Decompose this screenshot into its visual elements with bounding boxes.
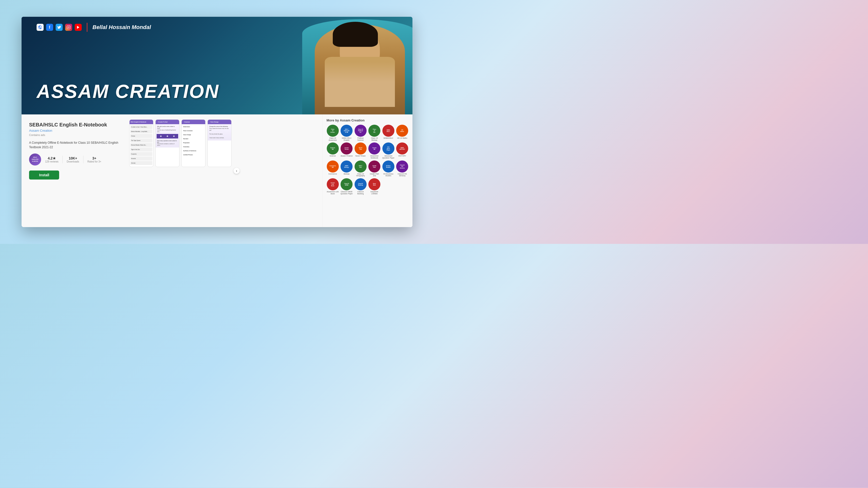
app-item-6[interactable]: HSMaths HS 10 Maths (396, 125, 409, 141)
app-item-10[interactable]: AssamNB Assamese Notebook (368, 142, 381, 159)
screenshot-1: HSLC English E-Notebook A Letter to God … (129, 120, 153, 167)
svg-rect-0 (67, 26, 70, 29)
app-circle-3: Class 10PoliticalSci (354, 125, 367, 137)
svg-point-1 (68, 27, 69, 28)
age-label: Rated for 3+ (88, 160, 101, 163)
instagram-icon[interactable] (65, 24, 72, 31)
app-item-3[interactable]: Class 10PoliticalSci Political Science (354, 125, 367, 141)
app-circle-16: HealthPath (368, 161, 380, 172)
app-item-11[interactable]: AdvQuesPaper Advanced Question Paper (382, 142, 395, 159)
screenshot-2-body: Why did Lencho write a letter to God? Le… (156, 124, 179, 148)
banner-title: ASSAM CREATION (37, 81, 219, 102)
age-rating: 3+ (88, 156, 101, 160)
app-label-15: Class 10 Geography (354, 173, 367, 177)
app-item-5[interactable]: SEBAHSLC SEBA/HSLC (382, 125, 395, 141)
ss3-row-7-text: Synthesis of Sentences (183, 150, 196, 152)
app-item-13[interactable]: CommerceNB Commerce (327, 161, 339, 177)
app-item-16[interactable]: HealthPath Health Path 2nd (368, 161, 381, 177)
ss3-row-4: Narration (182, 137, 205, 140)
install-button[interactable]: Install (29, 170, 59, 180)
app-item-14[interactable]: SEBABiology Biology (341, 161, 353, 177)
app-item-12[interactable]: SEBAHISTORY HISTORY (396, 142, 409, 159)
twitter-icon[interactable] (56, 24, 63, 31)
app-circle-15: HSLCGeo (354, 161, 367, 172)
app-circle-9: NovelTitta (354, 142, 367, 155)
ss3-row-2: Tense Correction (182, 129, 205, 132)
app-label-12: HISTORY (398, 155, 406, 157)
app-label-14: Biology (344, 173, 349, 175)
ss1-row-8-text: Amanda (131, 158, 136, 159)
app-circle-11: AdvQuesPaper (382, 142, 395, 155)
ss3-row-6-text: Vocabulary (183, 146, 189, 148)
app-circle-20: Class10OBSE (341, 178, 352, 190)
app-circle-22: EasyNote (368, 178, 380, 190)
app-circle-19: AssamLinkBook (327, 178, 339, 190)
screenshot-4-header: ← Voice Change (208, 120, 231, 124)
screenshots-next-arrow[interactable]: › (234, 168, 240, 174)
app-item-21[interactable]: Class10Banking Class10 Banking (354, 178, 367, 195)
ss1-row-7: Footprints (130, 152, 152, 156)
ss1-row-2-text: Nelson Mandela - Long Walk... (131, 131, 148, 132)
ss1-row-5: Richard Maiden Rides the... (130, 143, 152, 147)
app-item-22[interactable]: EasyNote EasyNote LINKBA (368, 178, 381, 195)
ss3-row-4-text: Narration (183, 138, 188, 139)
app-item-19[interactable]: AssamLinkBook Assamese Link Book (327, 178, 339, 195)
app-circle-2: HSLCENGLISHE-NB (341, 125, 352, 137)
app-title: SEBA/HSLC English E-Notebook (29, 122, 119, 128)
action-dot-1 (160, 135, 162, 137)
app-publisher[interactable]: Assam Creation (29, 129, 119, 132)
svg-point-2 (69, 26, 70, 27)
bottom-section: SEBA/HSLC English E-Notebook Assam Creat… (22, 115, 412, 227)
screenshot-2-q2: How many questions were asked in the... … (157, 139, 178, 147)
ss1-row-9: Animals (130, 161, 152, 165)
app-circle-12: SEBAHISTORY (396, 142, 408, 155)
app-item-2[interactable]: HSLCENGLISHE-NB SEBA HSLC English (341, 125, 353, 141)
downloads-value: 10K+ (67, 156, 79, 160)
ss3-row-5: Preparation (182, 141, 205, 144)
app-label-3: Political Science (354, 137, 367, 141)
app-item-9[interactable]: NovelTitta Novel Titraan (354, 142, 367, 159)
app-circle-13: CommerceNB (327, 161, 339, 172)
app-item-17[interactable]: HS BusStudies HS Business Studies (382, 161, 395, 177)
screenshot-3: ← Grammar Determiners Tense Correction V… (181, 120, 206, 167)
app-label-18: Class10 HS Sensory (396, 173, 409, 177)
app-label-11: Advanced Question Paper (382, 155, 395, 159)
youtube-icon[interactable] (75, 24, 82, 31)
app-item-7[interactable]: ScienceNB Science (327, 142, 339, 159)
ss3-row-2-text: Tense Correction (183, 130, 193, 131)
app-label-4: Class 10 Biology (368, 137, 381, 141)
app-label-2: SEBA HSLC English (341, 137, 353, 141)
screenshot-2-text: Why did Lencho write a letter to God? Le… (157, 125, 178, 133)
facebook-icon[interactable]: f (46, 24, 53, 31)
screenshot-1-header: HSLC English E-Notebook (129, 120, 153, 124)
stat-divider-2 (83, 156, 84, 163)
rating-stat: 4.2★ 129 reviews (45, 156, 58, 163)
app-label-5: SEBA/HSLC (383, 137, 393, 139)
screenshot-4-title: ← Voice Change (209, 121, 218, 123)
ss3-row-8-text: Jumbled Phrases (183, 154, 193, 156)
ss3-row-6: Vocabulary (182, 145, 205, 149)
channel-name: Bellal Hossain Mondal (92, 24, 151, 31)
app-circle-6: HSMaths (396, 125, 408, 137)
app-label-20: Class10 OBSE Question Paper (341, 191, 353, 195)
stat-divider-1 (62, 156, 63, 163)
app-item-18[interactable]: Class12HSSensory Class10 HS Sensory (396, 161, 409, 177)
ss1-row-8: Amanda (130, 157, 152, 161)
google-icon[interactable] (37, 24, 43, 31)
screenshot-2-actions (157, 134, 178, 138)
action-dot-3 (173, 135, 175, 137)
app-item-1[interactable]: Class10Assam. Class 10 Assamese (327, 125, 339, 141)
ss1-row-4-text: The Tiger Queen (131, 140, 141, 141)
main-container: f Bellal Hossain Mondal ASSAM CREATION (22, 17, 412, 227)
app-item-15[interactable]: HSLCGeo Class 10 Geography (354, 161, 367, 177)
app-circle-4: Class10Bio (368, 125, 380, 137)
app-item-4[interactable]: Class10Bio Class 10 Biology (368, 125, 381, 141)
rating-value: 4.2★ (45, 156, 58, 160)
action-dot-2 (167, 135, 168, 137)
app-item-8[interactable]: AssamTitraen Assam Finance (341, 142, 353, 159)
ss3-row-3: Voice Change (182, 133, 205, 136)
app-item-20[interactable]: Class10OBSE Class10 OBSE Question Paper (341, 178, 353, 195)
age-stat: 3+ Rated for 3+ (88, 156, 101, 163)
ss1-row-5-text: Richard Maiden Rides the... (131, 144, 147, 146)
ss1-row-1: A Letter to God - Rose Bere... (130, 125, 152, 129)
